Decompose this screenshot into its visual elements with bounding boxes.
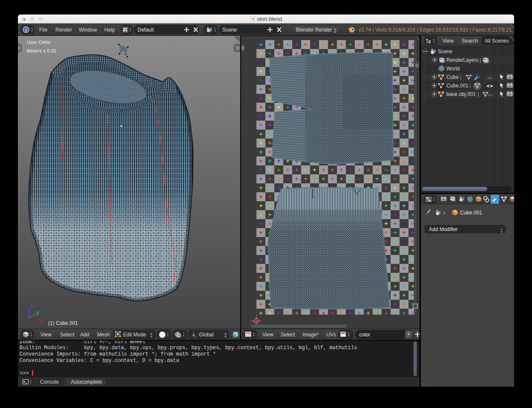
svg-text:y: y (37, 310, 40, 315)
svg-text:z: z (30, 303, 33, 309)
svg-text:x: x (39, 317, 42, 323)
svg-text:i: i (25, 27, 26, 32)
